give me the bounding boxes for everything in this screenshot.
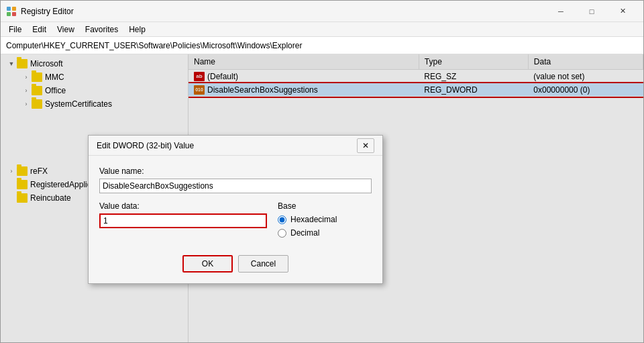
svg-rect-0 bbox=[7, 7, 11, 11]
hexadecimal-radio-row: Hexadecimal bbox=[278, 215, 372, 224]
address-bar: Computer\HKEY_CURRENT_USER\Software\Poli… bbox=[1, 37, 643, 54]
edit-dword-dialog: Edit DWORD (32-bit) Value ✕ Value name: … bbox=[88, 135, 383, 284]
close-button[interactable]: ✕ bbox=[607, 1, 638, 22]
hexadecimal-label[interactable]: Hexadecimal bbox=[290, 215, 337, 224]
dialog-title-bar: Edit DWORD (32-bit) Value ✕ bbox=[89, 136, 382, 156]
hexadecimal-radio[interactable] bbox=[278, 215, 286, 224]
main-content: ▼ Microsoft › MMC › Office › SystemCerti… bbox=[1, 54, 643, 342]
base-label: Base bbox=[278, 201, 372, 211]
decimal-radio-row: Decimal bbox=[278, 228, 372, 238]
dialog-close-button[interactable]: ✕ bbox=[357, 138, 374, 153]
dialog-buttons: OK Cancel bbox=[99, 252, 372, 273]
cancel-button[interactable]: Cancel bbox=[238, 255, 288, 273]
dialog-row: Value data: Base Hexadecimal Deci bbox=[99, 201, 372, 242]
value-data-input[interactable] bbox=[99, 213, 267, 228]
app-icon bbox=[6, 6, 17, 17]
svg-rect-2 bbox=[7, 12, 11, 16]
ok-button[interactable]: OK bbox=[182, 255, 233, 273]
decimal-label[interactable]: Decimal bbox=[290, 228, 319, 238]
maximize-button[interactable]: □ bbox=[576, 1, 607, 22]
minimize-button[interactable]: ─ bbox=[545, 1, 576, 22]
window-title: Registry Editor bbox=[21, 7, 545, 16]
address-path[interactable]: Computer\HKEY_CURRENT_USER\Software\Poli… bbox=[6, 41, 302, 50]
value-data-wrap: Value data: bbox=[99, 201, 267, 228]
menu-help[interactable]: Help bbox=[123, 23, 151, 36]
window-controls: ─ □ ✕ bbox=[545, 1, 638, 22]
value-data-label: Value data: bbox=[99, 201, 267, 211]
modal-overlay: Edit DWORD (32-bit) Value ✕ Value name: … bbox=[1, 54, 643, 342]
menu-bar: File Edit View Favorites Help bbox=[1, 22, 643, 37]
dialog-title: Edit DWORD (32-bit) Value bbox=[97, 141, 357, 150]
base-group: Base Hexadecimal Decimal bbox=[278, 201, 372, 242]
menu-view[interactable]: View bbox=[52, 23, 80, 36]
menu-edit[interactable]: Edit bbox=[27, 23, 52, 36]
decimal-radio[interactable] bbox=[278, 229, 286, 238]
menu-file[interactable]: File bbox=[3, 23, 27, 36]
svg-rect-1 bbox=[12, 7, 16, 11]
value-name-input[interactable] bbox=[99, 179, 372, 193]
svg-rect-3 bbox=[12, 12, 16, 16]
dialog-body: Value name: Value data: Base Hexadecimal bbox=[89, 156, 382, 283]
title-bar: Registry Editor ─ □ ✕ bbox=[1, 1, 643, 22]
menu-favorites[interactable]: Favorites bbox=[80, 23, 123, 36]
registry-editor-window: Registry Editor ─ □ ✕ File Edit View Fav… bbox=[0, 0, 644, 343]
value-name-label: Value name: bbox=[99, 166, 372, 176]
